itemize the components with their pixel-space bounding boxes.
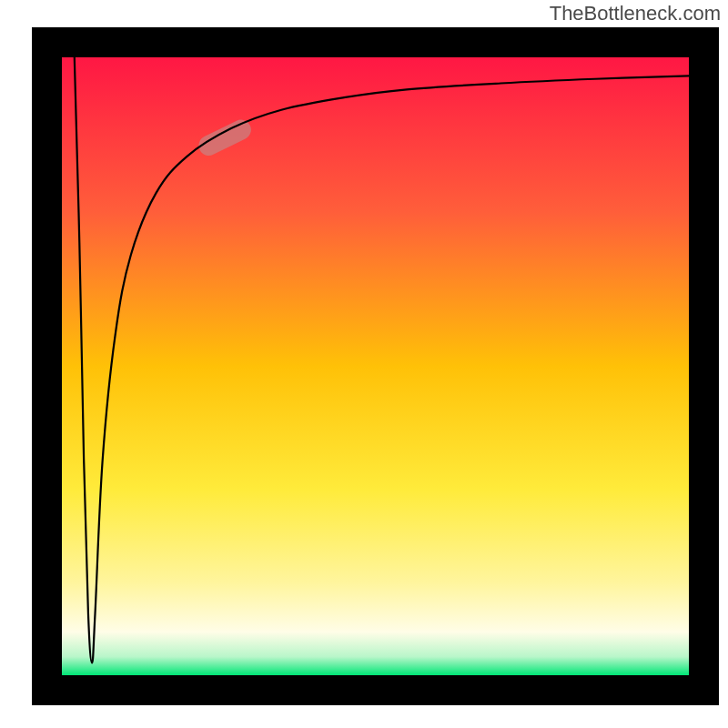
plot-background bbox=[62, 57, 689, 675]
chart-canvas bbox=[0, 0, 728, 728]
attribution-text: TheBottleneck.com bbox=[550, 2, 721, 25]
chart-container: TheBottleneck.com bbox=[0, 0, 728, 728]
